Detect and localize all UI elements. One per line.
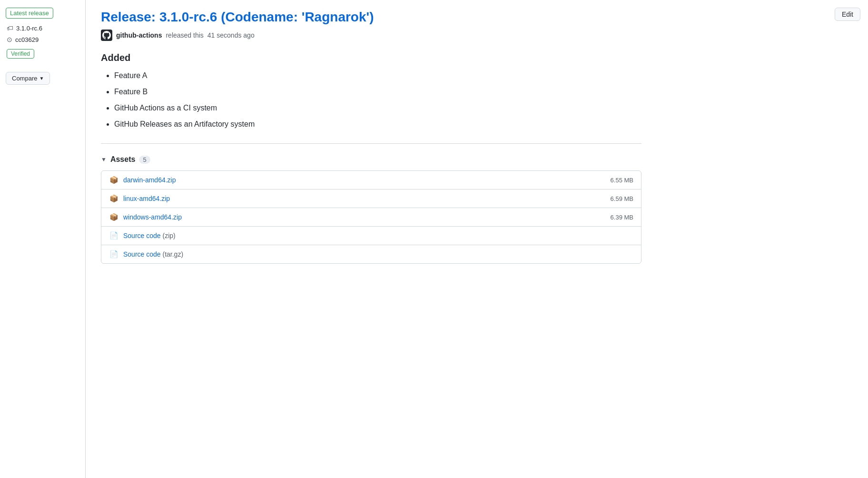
commit-icon: ⊙ xyxy=(7,36,12,43)
asset-link-source-zip[interactable]: Source code (zip) xyxy=(123,232,176,239)
source-zip-icon xyxy=(109,231,118,240)
compare-button[interactable]: Compare ▼ xyxy=(6,72,50,85)
zip-icon xyxy=(109,213,118,221)
asset-link-source-targz[interactable]: Source code (tar.gz) xyxy=(123,250,183,258)
released-text: released this xyxy=(166,31,203,39)
list-item: Feature B xyxy=(114,86,641,98)
asset-left: darwin-amd64.zip xyxy=(109,176,176,184)
tag-label: 3.1.0-rc.6 xyxy=(16,25,42,32)
asset-left: Source code (zip) xyxy=(109,231,176,240)
source-targz-icon xyxy=(109,250,118,259)
asset-row: linux-amd64.zip 6.59 MB xyxy=(101,189,641,208)
asset-row: Source code (zip) xyxy=(101,227,641,245)
zip-icon xyxy=(109,176,118,184)
section-heading: Added xyxy=(101,52,641,63)
compare-label: Compare xyxy=(12,75,37,82)
latest-release-badge[interactable]: Latest release xyxy=(6,8,53,19)
release-title: Release: 3.1.0-rc.6 (Codename: 'Ragnarok… xyxy=(101,10,641,25)
github-icon xyxy=(102,31,111,40)
assets-heading: Assets xyxy=(110,155,135,164)
asset-left: linux-amd64.zip xyxy=(109,194,170,203)
verified-badge[interactable]: Verified xyxy=(7,49,34,59)
commit-label: cc03629 xyxy=(15,36,39,43)
asset-size-darwin: 6.55 MB xyxy=(611,177,633,184)
assets-section: ▼ Assets 5 darwin-amd64.zip 6.55 MB linu… xyxy=(101,155,641,264)
list-item: Feature A xyxy=(114,70,641,81)
release-body: Added Feature A Feature B GitHub Actions… xyxy=(101,52,641,130)
assets-count-badge: 5 xyxy=(139,156,150,164)
asset-link-darwin[interactable]: darwin-amd64.zip xyxy=(123,176,176,184)
asset-row: Source code (tar.gz) xyxy=(101,245,641,263)
list-item: GitHub Releases as an Artifactory system xyxy=(114,119,641,130)
assets-chevron-icon: ▼ xyxy=(101,156,107,163)
asset-link-linux[interactable]: linux-amd64.zip xyxy=(123,195,170,202)
asset-link-windows[interactable]: windows-amd64.zip xyxy=(123,213,182,221)
sidebar-commit: ⊙ cc03629 xyxy=(7,36,79,43)
main-content: Release: 3.1.0-rc.6 (Codename: 'Ragnarok… xyxy=(86,0,657,478)
bullet-list: Feature A Feature B GitHub Actions as a … xyxy=(101,70,641,130)
sidebar: Latest release 🏷 3.1.0-rc.6 ⊙ cc03629 Ve… xyxy=(0,0,86,478)
asset-row: windows-amd64.zip 6.39 MB xyxy=(101,208,641,227)
chevron-down-icon: ▼ xyxy=(39,76,44,81)
release-meta: github-actions released this 41 seconds … xyxy=(101,30,641,41)
asset-row: darwin-amd64.zip 6.55 MB xyxy=(101,171,641,189)
asset-size-windows: 6.39 MB xyxy=(611,214,633,221)
zip-icon xyxy=(109,194,118,203)
asset-left: Source code (tar.gz) xyxy=(109,250,183,259)
asset-size-linux: 6.59 MB xyxy=(611,195,633,202)
sidebar-tag: 🏷 3.1.0-rc.6 xyxy=(7,24,79,32)
section-divider xyxy=(101,143,641,144)
assets-header[interactable]: ▼ Assets 5 xyxy=(101,155,641,164)
edit-button[interactable]: Edit xyxy=(835,8,860,21)
time-ago: 41 seconds ago xyxy=(207,31,255,39)
assets-table: darwin-amd64.zip 6.55 MB linux-amd64.zip… xyxy=(101,170,641,264)
author-name: github-actions xyxy=(116,31,162,39)
list-item: GitHub Actions as a CI system xyxy=(114,102,641,114)
author-avatar xyxy=(101,30,112,41)
asset-left: windows-amd64.zip xyxy=(109,213,182,221)
tag-icon: 🏷 xyxy=(7,24,13,32)
